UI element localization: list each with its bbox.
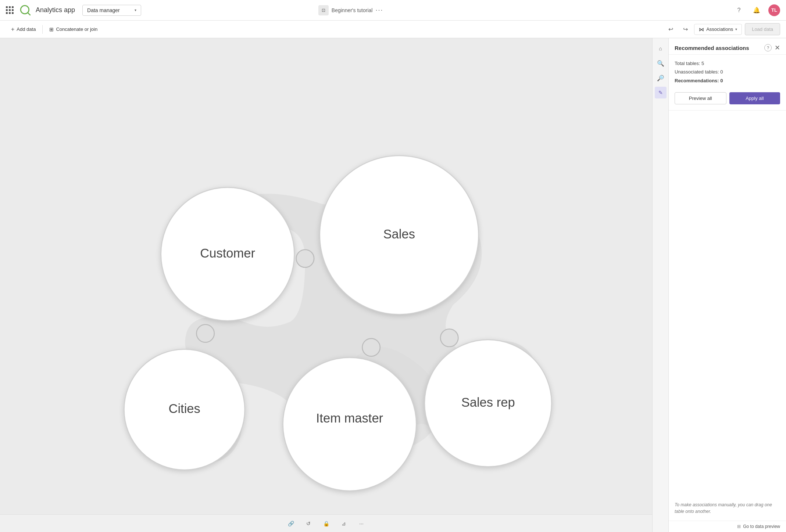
graph-svg: Customer Sales Cities Item master Sales … [0,38,652,514]
avatar[interactable]: TL [768,4,780,16]
qlik-logo[interactable] [19,4,31,16]
customer-node-label: Customer [200,246,255,260]
more-options-button[interactable]: ··· [356,518,367,529]
concatenate-join-button[interactable]: ⊞ Concatenate or join [44,24,103,35]
associations-button[interactable]: ⋈ Associations ▾ [694,24,742,35]
associations-icon: ⋈ [699,26,704,32]
main-content: Customer Sales Cities Item master Sales … [0,38,786,532]
sales-node-label: Sales [383,227,415,241]
nav-right-actions: ? 🔔 TL [733,4,780,16]
preview-all-button[interactable]: Preview all [675,92,726,104]
app-title: Analytics app [36,6,75,14]
zoom-out-icon: 🔍 [657,75,664,82]
panel-header: Recommended associations ? ✕ [669,38,786,55]
associations-label: Associations [706,26,733,32]
zoom-in-icon: 🔍 [657,60,664,67]
qlik-logo-svg [19,4,31,16]
redo-button[interactable]: ↪ [679,24,691,35]
home-icon: ⌂ [659,46,662,51]
nav-center: ⊡ Beginner's tutorial ··· [318,5,383,15]
graph-container: Customer Sales Cities Item master Sales … [0,38,652,514]
connection-dot-3[interactable] [362,338,380,356]
panel-footer-text: To make associations manually, you can d… [669,496,786,521]
concatenate-icon: ⊞ [49,26,54,32]
grid-menu-icon[interactable] [6,6,14,14]
link-icon: 🔗 [288,521,294,526]
add-data-label: Add data [17,26,36,32]
concatenate-label: Concatenate or join [56,26,97,32]
load-data-label: Load data [752,26,773,32]
data-manager-dropdown[interactable]: Data manager ▾ [82,5,141,16]
cities-node-label: Cities [168,402,200,416]
bottom-toolbar: 🔗 ↺ 🔒 ⊿ ··· [0,514,652,532]
side-toolbar: ⌂ 🔍 🔍 ✎ [652,38,668,532]
main-toolbar: + Add data ⊞ Concatenate or join ↩ ↪ ⋈ A… [0,21,786,38]
panel-actions: Preview all Apply all [669,89,786,111]
load-data-button[interactable]: Load data [745,23,780,35]
zoom-out-button[interactable]: 🔍 [655,72,667,84]
tutorial-label: Beginner's tutorial [332,7,373,13]
zoom-in-button[interactable]: 🔍 [655,57,667,69]
dropdown-label: Data manager [87,7,120,13]
top-navigation: Analytics app Data manager ▾ ⊡ Beginner'… [0,0,786,21]
panel-title: Recommended associations [675,45,764,51]
help-icon[interactable]: ? [733,4,745,16]
data-preview-label[interactable]: Go to data preview [743,524,780,529]
panel-stats: Total tables: 5 Unassociated tables: 0 R… [669,55,786,89]
rotate-icon-button[interactable]: ↺ [303,518,314,529]
sales-rep-node-label: Sales rep [461,395,515,409]
panel-help-icon[interactable]: ? [764,44,772,51]
data-preview-footer: ⊞ Go to data preview [669,521,786,532]
tutorial-icon: ⊡ [318,5,329,15]
recommendations-panel: Recommended associations ? ✕ Total table… [668,38,786,532]
recommendations-stat: Recommendations: 0 [675,76,780,85]
item-master-node-label: Item master [316,411,383,425]
preview-icon: ⊞ [737,524,741,529]
associations-chevron-icon: ▾ [735,27,737,31]
filter-icon: ⊿ [342,521,346,526]
toolbar-divider [42,25,43,34]
connection-dot-4[interactable] [440,329,458,346]
add-data-button[interactable]: + Add data [6,23,41,36]
connection-dot-1[interactable] [296,249,314,267]
notifications-icon[interactable]: 🔔 [751,4,762,16]
tutorial-section: ⊡ Beginner's tutorial ··· [318,5,383,15]
svg-line-1 [28,12,30,15]
canvas-area[interactable]: Customer Sales Cities Item master Sales … [0,38,668,532]
panel-close-button[interactable]: ✕ [775,44,780,51]
rotate-icon: ↺ [306,521,311,526]
undo-button[interactable]: ↩ [665,24,676,35]
total-tables-stat: Total tables: 5 [675,59,780,68]
pen-icon: ✎ [658,90,663,96]
tutorial-more-icon[interactable]: ··· [375,6,383,14]
filter-icon-button[interactable]: ⊿ [338,518,350,529]
chevron-down-icon: ▾ [135,8,136,12]
lock-icon-button[interactable]: 🔒 [320,518,332,529]
pen-tool-button[interactable]: ✎ [655,87,667,98]
home-view-button[interactable]: ⌂ [655,43,667,54]
apply-all-button[interactable]: Apply all [729,92,780,104]
lock-icon: 🔒 [323,521,329,526]
toolbar-right: ↩ ↪ ⋈ Associations ▾ Load data [665,23,780,35]
unassociated-stat: Unassociated tables: 0 [675,68,780,76]
link-icon-button[interactable]: 🔗 [285,518,297,529]
plus-icon: + [11,26,14,33]
connection-dot-2[interactable] [196,324,214,342]
footer-hint: To make associations manually, you can d… [675,502,772,514]
more-icon: ··· [359,521,364,526]
